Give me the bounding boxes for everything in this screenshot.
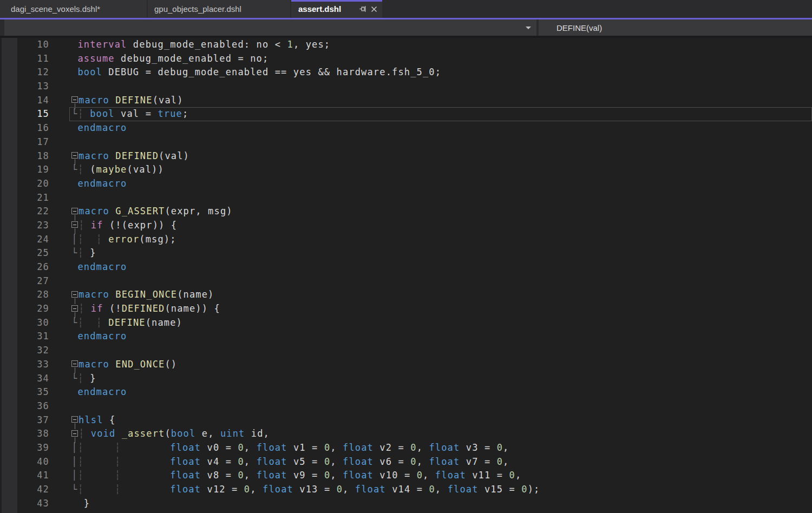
code-line-37[interactable]: 37hlsl { (0, 413, 812, 428)
fold-collapse-icon[interactable] (71, 360, 78, 367)
code-line-14[interactable]: 14macro DEFINE(val) (0, 94, 812, 108)
line-number: 30 (0, 316, 49, 330)
code-line-43[interactable]: 43 } (0, 497, 812, 511)
code-line-27[interactable]: 27 (0, 274, 812, 288)
line-number: 10 (0, 38, 49, 52)
member-dropdown[interactable]: DEFINE(val) (539, 19, 812, 36)
tab-bar: dagi_scene_voxels.dshl* gpu_objects_plac… (0, 0, 812, 18)
chevron-down-icon (526, 27, 531, 29)
code-line-36[interactable]: 36 (0, 399, 812, 413)
line-number: 35 (0, 385, 49, 399)
code-line-34[interactable]: 34└┆ } (0, 372, 812, 386)
code-line-28[interactable]: 28macro BEGIN_ONCE(name) (0, 288, 812, 302)
line-number: 36 (0, 399, 49, 413)
tab-assert[interactable]: assert.dshl (291, 0, 382, 18)
code-editor-window: dagi_scene_voxels.dshl* gpu_objects_plac… (0, 0, 812, 513)
line-number: 19 (0, 163, 49, 177)
fold-collapse-icon[interactable] (71, 208, 78, 214)
code-line-22[interactable]: 22macro G_ASSERT(expr, msg) (0, 205, 812, 219)
code-line-35[interactable]: 35 endmacro (0, 385, 812, 399)
code-line-10[interactable]: 10 interval debug_mode_enabled: no < 1, … (0, 38, 812, 52)
line-number: 17 (0, 135, 49, 149)
code-line-39[interactable]: 39│┆ ┆ float v0 = 0, float v1 = 0, float… (0, 441, 812, 455)
tab-label: dagi_scene_voxels.dshl* (11, 4, 100, 14)
code-line-11[interactable]: 11 assume debug_mode_enabled = no; (0, 52, 812, 66)
pin-icon[interactable] (359, 5, 367, 13)
tab-label: gpu_objects_placer.dshl (154, 4, 241, 14)
fold-collapse-icon[interactable] (71, 430, 78, 437)
close-icon[interactable] (370, 5, 378, 13)
code-line-16[interactable]: 16 endmacro (0, 121, 812, 135)
line-number: 41 (0, 469, 49, 483)
line-number: 34 (0, 372, 49, 386)
line-number: 27 (0, 274, 49, 288)
code-line-20[interactable]: 20 endmacro (0, 177, 812, 191)
fold-collapse-icon[interactable] (71, 305, 78, 312)
code-line-18[interactable]: 18macro DEFINED(val) (0, 149, 812, 163)
code-line-21[interactable]: 21 (0, 191, 812, 205)
line-number: 38 (0, 427, 49, 441)
code-line-44[interactable]: 44 (0, 510, 812, 513)
line-number: 20 (0, 177, 49, 191)
line-number: 22 (0, 205, 49, 219)
line-number: 39 (0, 441, 49, 455)
line-number: 25 (0, 246, 49, 260)
fold-collapse-icon[interactable] (71, 96, 78, 103)
code-line-38[interactable]: 38┆ void _assert(bool e, uint id, (0, 427, 812, 441)
fold-collapse-icon[interactable] (71, 152, 78, 159)
line-number: 13 (0, 80, 49, 94)
line-number: 40 (0, 455, 49, 469)
member-dropdown-value: DEFINE(val) (556, 23, 602, 32)
line-number: 12 (0, 65, 49, 80)
code-line-42[interactable]: 42└┆ ┆ float v12 = 0, float v13 = 0, flo… (0, 483, 812, 497)
code-line-13[interactable]: 13 (0, 80, 812, 94)
line-number: 44 (0, 510, 49, 513)
line-number: 16 (0, 121, 49, 135)
code-line-12[interactable]: 12 bool DEBUG = debug_mode_enabled == ye… (0, 65, 812, 80)
line-number: 21 (0, 191, 49, 205)
code-line-31[interactable]: 31 endmacro (0, 330, 812, 344)
line-number: 42 (0, 483, 49, 497)
line-number: 28 (0, 288, 49, 302)
line-number: 18 (0, 149, 49, 163)
code-line-25[interactable]: 25└┆ } (0, 246, 812, 260)
tab-dagi-scene-voxels[interactable]: dagi_scene_voxels.dshl* (0, 0, 147, 18)
line-number: 26 (0, 260, 49, 274)
fold-collapse-icon[interactable] (71, 416, 78, 423)
line-number: 15 (0, 107, 49, 121)
code-line-29[interactable]: 29┆ if (!DEFINED(name)) { (0, 302, 812, 316)
code-line-19[interactable]: 19└┆ (maybe(val)) (0, 163, 812, 177)
line-number: 37 (0, 413, 49, 428)
code-editor[interactable]: 10 interval debug_mode_enabled: no < 1, … (0, 38, 812, 513)
code-line-23[interactable]: 23┆ if (!(expr)) { (0, 219, 812, 233)
code-line-40[interactable]: 40│┆ ┆ float v4 = 0, float v5 = 0, float… (0, 455, 812, 469)
tab-gpu-objects-placer[interactable]: gpu_objects_placer.dshl (148, 0, 290, 18)
fold-collapse-icon[interactable] (71, 221, 78, 228)
code-line-41[interactable]: 41│┆ ┆ float v8 = 0, float v9 = 0, float… (0, 469, 812, 483)
line-number: 29 (0, 302, 49, 316)
tab-label: assert.dshl (298, 4, 341, 14)
line-number: 11 (0, 52, 49, 66)
type-dropdown[interactable] (4, 19, 536, 36)
line-number: 33 (0, 358, 49, 372)
line-number: 14 (0, 94, 49, 108)
code-line-17[interactable]: 17 (0, 135, 812, 149)
fold-collapse-icon[interactable] (71, 291, 78, 298)
line-number: 32 (0, 344, 49, 358)
code-line-32[interactable]: 32 (0, 344, 812, 358)
code-line-33[interactable]: 33macro END_ONCE() (0, 358, 812, 372)
navigation-bar: DEFINE(val) (0, 18, 812, 38)
code-line-30[interactable]: 30└┆ ┆ DEFINE(name) (0, 316, 812, 330)
line-number: 23 (0, 219, 49, 233)
code-line-15[interactable]: 15└┆ bool val = true; (0, 107, 812, 121)
line-number: 24 (0, 233, 49, 247)
code-line-24[interactable]: 24│┆ ┆ error(msg); (0, 233, 812, 247)
code-line-26[interactable]: 26 endmacro (0, 260, 812, 274)
line-number: 31 (0, 330, 49, 344)
line-number: 43 (0, 497, 49, 511)
